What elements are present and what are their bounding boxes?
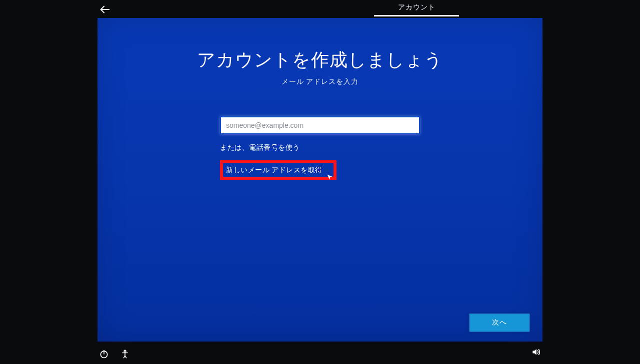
volume-icon[interactable]: [531, 350, 541, 359]
page-subtitle: メール アドレスを入力: [98, 77, 542, 86]
page-title: アカウントを作成しましょう: [98, 48, 542, 72]
header-tab-label: アカウント: [374, 3, 459, 15]
header-tab-underline: [374, 15, 459, 16]
next-button[interactable]: 次へ: [470, 314, 530, 332]
cursor-icon: [328, 173, 332, 178]
highlight-annotation: 新しいメール アドレスを取得: [220, 160, 336, 180]
back-arrow-icon[interactable]: [98, 4, 112, 16]
svg-point-4: [124, 350, 126, 352]
title-block: アカウントを作成しましょう メール アドレスを入力: [98, 48, 542, 86]
header-tab-account[interactable]: アカウント: [374, 3, 459, 16]
svg-marker-1: [328, 175, 332, 180]
use-phone-link[interactable]: または、電話番号を使う: [220, 143, 420, 152]
oobe-panel: アカウントを作成しましょう メール アドレスを入力 または、電話番号を使う 新し…: [98, 18, 542, 342]
email-input[interactable]: [220, 116, 420, 134]
ease-of-access-icon[interactable]: [120, 349, 130, 359]
power-icon[interactable]: [99, 349, 109, 359]
form-column: または、電話番号を使う 新しいメール アドレスを取得: [220, 116, 420, 180]
get-new-email-link[interactable]: 新しいメール アドレスを取得: [226, 166, 322, 174]
system-bar: [0, 344, 640, 359]
header-bar: アカウント: [0, 0, 640, 18]
